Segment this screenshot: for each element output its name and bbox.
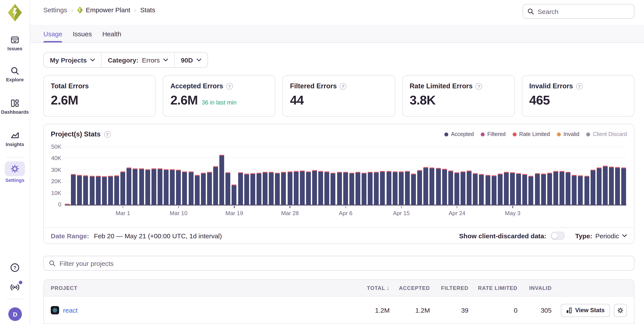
- chevron-right-icon: ›: [134, 6, 136, 13]
- react-platform-icon: [51, 306, 59, 314]
- legend-item[interactable]: Rate Limited: [513, 131, 550, 137]
- sidebar-item-insights[interactable]: Insights: [0, 131, 30, 147]
- card-note: 36 in last min: [202, 99, 236, 106]
- chart-plot[interactable]: Mar 1Mar 10Mar 19Mar 28Apr 6Apr 15Apr 24…: [65, 147, 626, 219]
- chart-bars: [65, 147, 626, 205]
- org-logo[interactable]: [0, 3, 30, 22]
- help-icon: ?: [10, 262, 20, 273]
- tab-bar: Usage Issues Health: [30, 25, 644, 43]
- search-icon: [10, 66, 20, 76]
- project-settings-button[interactable]: [614, 304, 627, 317]
- client-discard-toggle-label: Show client-discarded data:: [459, 232, 546, 239]
- sidebar-divider: [6, 299, 24, 299]
- global-search[interactable]: [523, 4, 634, 19]
- table-row: react 1.2M 1.2M 39 0 305 View Stats: [44, 297, 634, 324]
- stat-card: Total Errors2.6M: [43, 75, 156, 117]
- chevron-down-icon: [90, 58, 95, 61]
- help-button[interactable]: ?: [0, 262, 30, 273]
- client-discard-toggle[interactable]: [551, 232, 565, 240]
- chart-legend: AcceptedFilteredRate LimitedInvalidClien…: [444, 131, 627, 137]
- sidebar-item-label: Settings: [6, 177, 24, 183]
- help-icon[interactable]: ?: [340, 83, 346, 89]
- column-accepted[interactable]: ACCEPTED: [390, 285, 430, 291]
- sidebar: Issues Explore Dashboards: [0, 0, 30, 324]
- search-input[interactable]: [538, 8, 630, 15]
- sidebar-divider: [6, 157, 24, 158]
- project-stats-panel: Project(s) Stats ? AcceptedFilteredRate …: [43, 124, 634, 244]
- dashboards-icon: [10, 98, 20, 108]
- breadcrumb: Settings › Empower Plant › Stats: [43, 6, 155, 13]
- card-title: Invalid Errors: [529, 82, 573, 90]
- insights-icon: [10, 131, 20, 140]
- stat-cards: Total Errors2.6MAccepted Errors?2.6M36 i…: [43, 75, 634, 117]
- sidebar-item-label: Dashboards: [1, 109, 29, 115]
- sidebar-item-explore[interactable]: Explore: [0, 66, 30, 82]
- help-icon[interactable]: ?: [104, 131, 110, 138]
- project-link[interactable]: react: [63, 307, 78, 314]
- help-icon[interactable]: ?: [226, 83, 233, 89]
- breadcrumb-stats[interactable]: Stats: [140, 6, 155, 13]
- card-value: 465: [529, 93, 550, 108]
- sidebar-item-settings[interactable]: Settings: [0, 161, 30, 183]
- date-range-value: Feb 20 — May 21 (+00:00 UTC, 1d interval…: [94, 232, 222, 239]
- svg-text:?: ?: [13, 265, 16, 270]
- sort-arrow-icon: ↓: [386, 285, 390, 291]
- chart-y-axis: 010K20K30K40K50K: [50, 147, 65, 205]
- cell-filtered: 39: [430, 307, 468, 314]
- cell-total: 1.2M: [342, 307, 390, 314]
- sidebar-item-label: Explore: [6, 77, 24, 82]
- sidebar-item-dashboards[interactable]: Dashboards: [0, 98, 30, 115]
- column-project: PROJECT: [51, 285, 342, 291]
- app-window: Issues Explore Dashboards: [0, 0, 644, 324]
- category-selector[interactable]: Category: Errors: [101, 52, 174, 67]
- breadcrumb-org[interactable]: Empower Plant: [77, 6, 130, 13]
- stat-card: Invalid Errors?465: [522, 75, 634, 117]
- date-range-label: Date Range:: [51, 232, 89, 239]
- notification-dot: [19, 281, 22, 284]
- help-icon[interactable]: ?: [476, 83, 482, 89]
- project-cell: react: [51, 306, 342, 314]
- bar-chart-icon: [566, 307, 572, 313]
- project-selector[interactable]: My Projects: [44, 52, 101, 67]
- chart-header: Project(s) Stats ? AcceptedFilteredRate …: [51, 130, 627, 138]
- cell-accepted: 1.2M: [390, 307, 430, 314]
- cell-rate-limited: 0: [468, 307, 518, 314]
- legend-item[interactable]: Invalid: [557, 131, 579, 137]
- column-total[interactable]: TOTAL↓: [342, 285, 390, 291]
- column-rate-limited[interactable]: RATE LIMITED: [468, 285, 518, 291]
- chart-footer: Date Range: Feb 20 — May 21 (+00:00 UTC,…: [44, 227, 634, 244]
- sidebar-item-label: Insights: [6, 142, 24, 147]
- legend-item[interactable]: Client Discard: [586, 131, 627, 137]
- sidebar-item-issues[interactable]: Issues: [0, 35, 30, 51]
- legend-item[interactable]: Accepted: [444, 131, 474, 137]
- column-invalid[interactable]: INVALID: [518, 285, 552, 291]
- help-icon[interactable]: ?: [576, 83, 583, 89]
- chart-area: 010K20K30K40K50K Mar 1Mar 10Mar 19Mar 28…: [50, 147, 626, 219]
- project-filter-input[interactable]: [60, 260, 629, 267]
- broadcast-icon: [9, 282, 20, 293]
- chevron-down-icon: [163, 58, 168, 61]
- legend-item[interactable]: Filtered: [481, 131, 506, 137]
- column-filtered[interactable]: FILTERED: [430, 285, 468, 291]
- tab-issues[interactable]: Issues: [73, 25, 92, 42]
- chevron-down-icon: [196, 58, 201, 61]
- broadcasts-button[interactable]: [0, 282, 30, 293]
- project-filter[interactable]: [43, 256, 634, 271]
- stat-card: Filtered Errors?44: [282, 75, 395, 117]
- tab-health[interactable]: Health: [102, 25, 121, 42]
- date-period-selector[interactable]: 90D: [174, 52, 207, 67]
- type-selector[interactable]: Type: Periodic: [575, 232, 627, 239]
- chevron-right-icon: ›: [71, 6, 73, 13]
- chart-x-axis: Mar 1Mar 10Mar 19Mar 28Apr 6Apr 15Apr 24…: [65, 205, 626, 219]
- breadcrumb-settings[interactable]: Settings: [43, 6, 67, 13]
- card-value: 2.6M: [170, 93, 198, 108]
- chevron-down-icon: [622, 234, 627, 237]
- tab-usage[interactable]: Usage: [43, 25, 62, 42]
- chart-title: Project(s) Stats: [51, 130, 100, 138]
- card-title: Filtered Errors: [290, 82, 337, 90]
- stat-card: Accepted Errors?2.6M36 in last min: [163, 75, 275, 117]
- user-avatar[interactable]: D: [8, 307, 22, 321]
- search-icon: [49, 260, 56, 267]
- view-stats-button[interactable]: View Stats: [560, 304, 610, 317]
- main-content: Settings › Empower Plant › Stats Usage: [30, 0, 644, 324]
